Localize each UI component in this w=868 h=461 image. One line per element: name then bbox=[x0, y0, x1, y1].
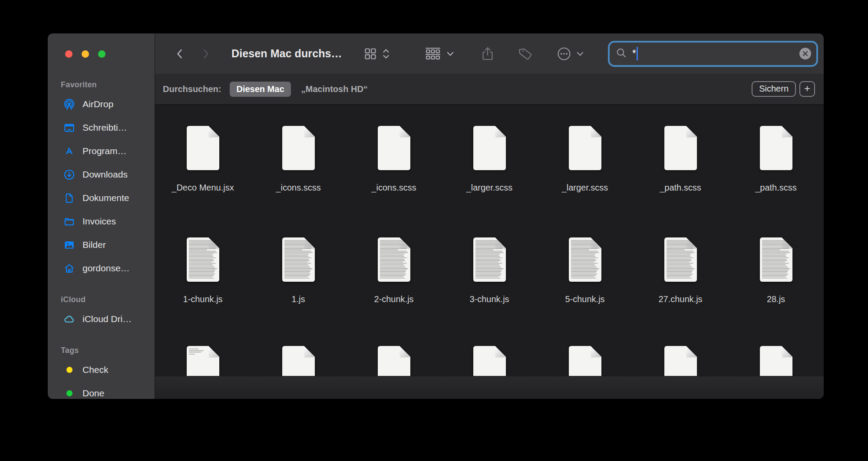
sidebar-item-downloads[interactable]: Downloads bbox=[48, 163, 155, 186]
downloads-icon bbox=[63, 169, 75, 181]
sidebar: Favoriten AirDrop bbox=[48, 33, 155, 399]
blank-document-icon bbox=[758, 125, 794, 171]
text-document-icon bbox=[567, 237, 603, 283]
text-document-icon bbox=[662, 237, 699, 283]
sidebar-section-title: Favoriten bbox=[48, 79, 155, 90]
file-item[interactable]: _path.scss bbox=[633, 125, 728, 193]
pictures-icon bbox=[63, 239, 75, 251]
sidebar-item-airdrop[interactable]: AirDrop bbox=[48, 92, 155, 116]
file-item[interactable]: 1.js bbox=[251, 237, 346, 304]
search-input[interactable]: * bbox=[610, 43, 816, 65]
main-area: Diesen Mac durchs… bbox=[155, 33, 824, 399]
search-scope-bar: Durchsuchen: Diesen Mac „Macintosh HD“ S… bbox=[155, 74, 824, 105]
sidebar-item-tag-done[interactable]: Done bbox=[48, 382, 155, 399]
sidebar-item-desktop[interactable]: Schreibti… bbox=[48, 116, 155, 139]
finder-window: Favoriten AirDrop bbox=[48, 33, 824, 399]
blank-document-icon bbox=[280, 125, 317, 171]
file-item[interactable]: _path.scss bbox=[728, 125, 824, 193]
blank-document-icon bbox=[662, 125, 699, 171]
sidebar-item-icloud-drive[interactable]: iCloud Dri… bbox=[48, 307, 155, 331]
file-grid: _Deco Menu.jsx _icons.scss _icons.scss _… bbox=[155, 105, 824, 399]
sidebar-item-label: Bilder bbox=[83, 240, 106, 250]
file-row: 1-chunk.js 1.js 2-chunk.js 3-chunk.js 5-… bbox=[155, 237, 824, 304]
file-item[interactable]: _larger.scss bbox=[537, 125, 633, 193]
blank-document-icon bbox=[471, 125, 508, 171]
sidebar-item-label: Schreibti… bbox=[83, 122, 127, 133]
view-stepper-icon bbox=[382, 47, 390, 60]
sidebar-item-applications[interactable]: Program… bbox=[48, 139, 155, 163]
file-item[interactable]: _Deco Menu.jsx bbox=[155, 125, 251, 193]
add-criteria-button[interactable]: + bbox=[799, 81, 815, 97]
file-name: 2-chunk.js bbox=[374, 294, 413, 304]
appstore-icon bbox=[63, 145, 75, 157]
more-icon bbox=[557, 46, 571, 61]
sidebar-item-label: Invoices bbox=[83, 216, 116, 227]
back-button[interactable] bbox=[172, 45, 187, 63]
file-name: _larger.scss bbox=[466, 183, 513, 193]
save-search-button[interactable]: Sichern bbox=[752, 81, 796, 97]
sidebar-section-tags: Tags Check Done bbox=[48, 345, 155, 399]
sidebar-section-title: iCloud bbox=[48, 294, 155, 305]
file-item[interactable]: 2-chunk.js bbox=[346, 237, 442, 304]
zoom-window-button[interactable] bbox=[98, 50, 106, 58]
scope-this-mac-button[interactable]: Diesen Mac bbox=[230, 82, 290, 97]
sidebar-item-label: AirDrop bbox=[83, 99, 113, 109]
document-icon bbox=[63, 192, 75, 204]
window-controls bbox=[48, 33, 155, 58]
sidebar-item-label: Downloads bbox=[83, 169, 128, 180]
file-row: _Deco Menu.jsx _icons.scss _icons.scss _… bbox=[155, 125, 824, 193]
sidebar-section-icloud: iCloud iCloud Dri… bbox=[48, 294, 155, 331]
window-bottom-strip bbox=[155, 376, 824, 399]
text-document-icon bbox=[376, 237, 412, 283]
file-item[interactable]: _larger.scss bbox=[442, 125, 537, 193]
group-by-icon bbox=[425, 47, 441, 61]
sidebar-item-documents[interactable]: Dokumente bbox=[48, 186, 155, 210]
tag-dot-yellow-icon bbox=[63, 364, 75, 376]
text-document-icon bbox=[471, 237, 508, 283]
sidebar-item-invoices[interactable]: Invoices bbox=[48, 210, 155, 233]
desktop-icon bbox=[63, 122, 75, 134]
file-item[interactable]: 5-chunk.js bbox=[537, 237, 633, 304]
more-actions-control[interactable] bbox=[557, 46, 584, 61]
group-by-control[interactable] bbox=[425, 47, 454, 61]
chevron-down-icon bbox=[446, 51, 454, 56]
airdrop-icon bbox=[63, 99, 75, 110]
toolbar: Diesen Mac durchs… bbox=[155, 33, 824, 74]
sidebar-item-pictures[interactable]: Bilder bbox=[48, 233, 155, 257]
view-switcher[interactable] bbox=[364, 47, 390, 60]
file-name: 1-chunk.js bbox=[183, 294, 222, 304]
share-button[interactable] bbox=[481, 46, 494, 61]
text-document-icon bbox=[758, 237, 794, 283]
file-item[interactable]: _icons.scss bbox=[251, 125, 346, 193]
file-item[interactable]: 28.js bbox=[728, 237, 824, 304]
text-cursor bbox=[637, 47, 638, 60]
file-item[interactable]: 3-chunk.js bbox=[442, 237, 537, 304]
minimize-window-button[interactable] bbox=[82, 50, 89, 58]
close-window-button[interactable] bbox=[65, 50, 73, 58]
sidebar-section-favorites: Favoriten AirDrop bbox=[48, 79, 155, 280]
sidebar-item-tag-check[interactable]: Check bbox=[48, 358, 155, 382]
sidebar-item-home[interactable]: gordonse… bbox=[48, 257, 155, 280]
file-name: 1.js bbox=[291, 294, 305, 304]
folder-icon bbox=[63, 216, 75, 227]
file-item[interactable]: 1-chunk.js bbox=[155, 237, 251, 304]
file-name: _icons.scss bbox=[276, 183, 320, 193]
file-name: _larger.scss bbox=[562, 183, 608, 193]
chevron-down-icon bbox=[576, 51, 584, 56]
file-name: _path.scss bbox=[660, 183, 701, 193]
file-item[interactable]: _icons.scss bbox=[346, 125, 442, 193]
sidebar-item-label: Check bbox=[83, 365, 109, 375]
blank-document-icon bbox=[185, 125, 221, 171]
file-name: _Deco Menu.jsx bbox=[172, 183, 234, 193]
file-name: 27.chunk.js bbox=[658, 294, 702, 304]
sidebar-section-title: Tags bbox=[48, 345, 155, 356]
file-item[interactable]: 27.chunk.js bbox=[633, 237, 728, 304]
scope-label: Durchsuchen: bbox=[163, 84, 221, 94]
text-document-icon bbox=[280, 237, 317, 283]
scope-macintosh-hd-button[interactable]: „Macintosh HD“ bbox=[301, 84, 368, 94]
tag-button[interactable] bbox=[518, 46, 533, 61]
forward-button[interactable] bbox=[198, 45, 213, 63]
file-name: _icons.scss bbox=[371, 183, 416, 193]
home-icon bbox=[63, 263, 75, 274]
clear-search-button[interactable] bbox=[799, 48, 811, 59]
